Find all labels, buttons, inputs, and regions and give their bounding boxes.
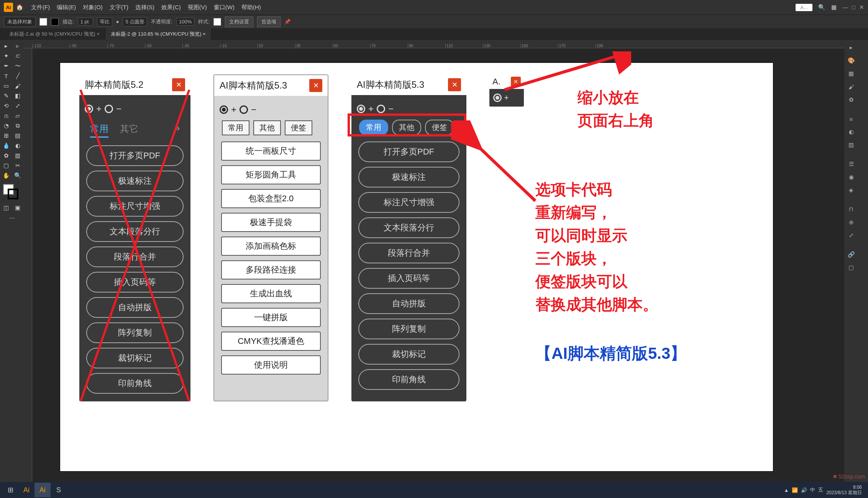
opacity-input[interactable]: 100% [176,18,194,26]
tray-icon[interactable]: ▲ [784,487,789,493]
tool-perspective[interactable]: ⧉ [12,121,23,130]
btn-auto-impose[interactable]: 自动拼版 [86,297,184,318]
btn-prepress-corner[interactable]: 印前角线 [86,373,184,394]
panel52-tab-common[interactable]: 常用 [90,123,108,138]
btn-bleed-line[interactable]: 生成出血线 [221,284,321,303]
btn-insert-pageno[interactable]: 插入页码等 [358,268,459,289]
tool-curvature[interactable]: 〜 [12,61,23,71]
panel-swatches-icon[interactable]: ▦ [846,68,857,79]
search-icon[interactable]: 🔍 [818,4,825,11]
stroke-color[interactable] [8,189,18,199]
menu-file[interactable]: 文件(F) [31,4,50,11]
btn-insert-pageno[interactable]: 插入页码等 [86,272,184,293]
tool-eraser[interactable]: ◧ [12,91,23,100]
panel53l-tab-common[interactable]: 常用 [222,120,249,135]
menu-type[interactable]: 文字(T) [110,4,128,11]
menu-edit[interactable]: 编辑(E) [57,4,76,11]
panel-appearance-icon[interactable]: ◉ [846,172,857,182]
menu-view[interactable]: 视图(V) [188,4,207,11]
corner-select[interactable]: 5 点圆形 [123,17,147,26]
style-swatch[interactable] [213,18,221,26]
btn-prepress-corner[interactable]: 印前角线 [358,369,459,390]
panel-links-icon[interactable]: 🔗 [846,249,857,260]
radio-off-icon[interactable] [105,105,113,113]
tool-hand[interactable]: ✋ [1,171,11,180]
doc-setup-button[interactable]: 文档设置 [225,16,253,27]
tool-lasso[interactable]: ⊂ [12,51,23,61]
panel53l-tab-notes[interactable]: 便签 [285,120,312,135]
panel-brushes-icon[interactable]: 🖌 [846,81,857,92]
minimize-icon[interactable]: — [842,4,848,11]
tool-slice[interactable]: ✂ [12,161,23,170]
pin-icon[interactable]: 📌 [284,19,290,25]
tool-wand[interactable]: ✦ [1,51,11,61]
btn-quick-annotate[interactable]: 极速标注 [358,167,459,187]
tool-width[interactable]: ⫙ [1,111,11,120]
panel-artboards-icon[interactable]: ▢ [846,262,857,273]
tool-shaper[interactable]: ✎ [1,91,11,100]
btn-help[interactable]: 使用说明 [221,355,321,375]
doc-tab-1[interactable]: 未标题-2.ai @ 50 % (CMYK/CPU 预览) × [4,28,105,40]
tool-graph[interactable]: ▥ [12,151,23,160]
tool-free-transform[interactable]: ▱ [12,111,23,120]
tool-symbol[interactable]: ✿ [1,151,11,160]
tray-wifi-icon[interactable]: 📶 [792,487,798,493]
stroke-weight-input[interactable]: 1 pt [78,18,93,26]
taskbar-clock[interactable]: 9:06 2023/8/13 星期日 [826,485,862,496]
panel-symbols-icon[interactable]: ✿ [846,94,857,105]
tool-mesh[interactable]: ⊞ [1,131,11,140]
btn-array-copy[interactable]: 阵列复制 [358,319,459,339]
panel-layers-icon[interactable]: ☰ [846,159,857,169]
canvas[interactable]: -110-90-70-50-30-10103050709011013015017… [24,40,844,486]
btn-dim-enhance[interactable]: 标注尺寸增强 [86,196,184,217]
tool-zoom[interactable]: 🔍 [12,171,23,180]
taskbar-app-icon[interactable]: S [51,483,67,497]
radio-off-icon[interactable] [240,105,248,114]
btn-one-impose[interactable]: 一键拼版 [221,308,321,327]
btn-rect-corner[interactable]: 矩形圆角工具 [221,165,321,184]
tool-screen-mode[interactable]: ▣ [12,203,23,212]
panel-transparency-icon[interactable]: ▨ [846,140,857,150]
panel-gradient-icon[interactable]: ◐ [846,127,857,137]
tray-volume-icon[interactable]: 🔊 [801,487,807,493]
radio-on-icon[interactable] [220,105,228,114]
tool-direct-select[interactable]: ▹ [12,41,23,51]
btn-add-swatch[interactable]: 添加画稿色标 [221,237,321,256]
btn-crop-marks[interactable]: 裁切标记 [358,344,459,365]
tool-rotate[interactable]: ⟲ [1,101,11,110]
taskbar-ai-icon[interactable]: Ai [18,483,34,497]
panel-graphic-styles-icon[interactable]: ◈ [846,185,857,196]
panel-properties-icon[interactable]: ▸ [846,42,857,53]
radio-on-icon[interactable] [85,105,93,113]
tray-ime-icon[interactable]: 中 [810,486,815,493]
tool-pen[interactable]: ✒ [1,61,11,71]
mini-close-icon[interactable]: ✕ [511,77,521,87]
btn-text-split[interactable]: 文本段落分行 [86,221,184,242]
radio-on-icon[interactable] [493,94,502,102]
prefs-button[interactable]: 首选项 [257,16,281,27]
btn-para-merge[interactable]: 段落行合并 [86,247,184,267]
panel-align-icon[interactable]: ⊓ [846,204,857,215]
btn-array-copy[interactable]: 阵列复制 [86,322,184,343]
panel-stroke-icon[interactable]: ≡ [846,113,857,124]
btn-dim-enhance[interactable]: 标注尺寸增强 [358,192,459,213]
arrange-icon[interactable]: ▦ [831,4,837,11]
panel52-close-icon[interactable]: ✕ [172,78,185,91]
uniform-select[interactable]: 等比 [97,17,112,26]
btn-auto-impose[interactable]: 自动拼版 [358,293,459,314]
radio-off-icon[interactable] [377,105,385,113]
radio-on-icon[interactable] [357,105,365,113]
btn-para-merge[interactable]: 段落行合并 [358,243,459,263]
tool-blend[interactable]: ◐ [12,141,23,150]
btn-handbag[interactable]: 极速手提袋 [221,213,321,232]
panel53l-close-icon[interactable]: ✕ [309,79,322,92]
tool-shape-builder[interactable]: ◔ [1,121,11,130]
tool-type[interactable]: T [1,71,11,81]
btn-text-split[interactable]: 文本段落分行 [358,217,459,238]
panel52-tab-other[interactable]: 其它 [120,123,138,138]
menu-window[interactable]: 窗口(W) [214,4,235,11]
btn-path-join[interactable]: 多段路径连接 [221,260,321,279]
tool-line[interactable]: ╱ [12,71,23,81]
panel53d-close-icon[interactable]: ✕ [448,78,461,91]
tray-lang-icon[interactable]: 五 [818,486,823,493]
